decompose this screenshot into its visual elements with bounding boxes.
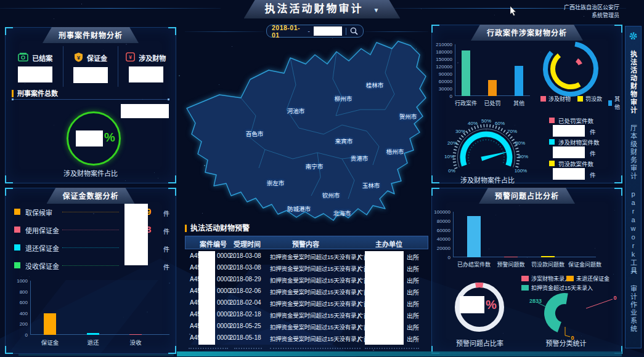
- gauge-tick-label: 70%: [507, 129, 517, 134]
- mouse-cursor: [510, 6, 517, 18]
- axis-tick-label: 120000: [432, 64, 452, 70]
- map-city-label[interactable]: 钦州市: [322, 191, 340, 199]
- bar: [44, 313, 56, 335]
- row-org-suffix: 出所: [407, 264, 419, 273]
- legend-unit: 件: [590, 127, 596, 136]
- redaction-box: [73, 67, 108, 83]
- redaction-box: [553, 168, 585, 180]
- legend-label[interactable]: 已处罚案件数: [558, 116, 593, 125]
- axis-tick-label: 210000: [432, 42, 452, 47]
- panel-title: 预警问题占比分析: [479, 188, 575, 204]
- dashboard-root: 执法活动财物审计▼ 广西壮族自治区公安厅 系统管理员 刑事案件财物分析 已结案¥…: [0, 0, 644, 357]
- row-warning-content: 扣押资金受案时间超过15天没有录入: [270, 252, 362, 261]
- sidebar-item[interactable]: 执法活动财物审计: [629, 50, 638, 114]
- category-label: 行政案件: [455, 99, 477, 107]
- stat-label: 涉及财物: [139, 53, 166, 63]
- orange-marker-icon: [12, 90, 14, 97]
- star-dot: [54, 18, 54, 19]
- gauge-tick-label: 80%: [515, 140, 525, 146]
- case-closed-icon: [18, 52, 28, 63]
- legend-swatch: [577, 96, 583, 102]
- row-warning-content: 扣押资金受案时间超过15天没有录入: [270, 323, 362, 331]
- row-date: 2018-02-18: [224, 311, 267, 318]
- axis-tick-label: 1000: [7, 278, 28, 284]
- map-city-label[interactable]: 来宾市: [335, 137, 353, 145]
- legend-unit: 件: [590, 149, 596, 158]
- star-dot: [494, 15, 495, 15]
- deposit-panel: 保证金数据分析 取保候审9件使用保证金8件退还保证金件没收保证金件 020040…: [5, 188, 176, 354]
- gauge-tick-label: 40%: [468, 121, 478, 126]
- deco-line: [185, 31, 264, 32]
- guangxi-map[interactable]: 河池市桂林市柳州市贺州市百色市来宾市梧州市贵港市南宁市玉林市崇左市钦州市防城港市…: [182, 36, 428, 222]
- map-city-label[interactable]: 百色市: [246, 129, 264, 138]
- top-deco-line: [0, 8, 221, 9]
- redaction-box: [553, 146, 585, 158]
- gauge-tick-label: 90%: [518, 154, 528, 159]
- row-org-suffix: 出所: [407, 287, 419, 297]
- divider: [346, 28, 346, 35]
- ring-legend-item[interactable]: 罚没款: [577, 95, 602, 103]
- star-dot: [81, 4, 82, 4]
- search-icon[interactable]: [350, 27, 358, 35]
- legend-swatch: [549, 139, 555, 145]
- map-city-label[interactable]: 玉林市: [362, 181, 380, 190]
- bar: [504, 257, 518, 257]
- row-date: 2018-05-25: [224, 323, 267, 329]
- map-city-label[interactable]: 河池市: [287, 106, 305, 115]
- legend-label[interactable]: 涉及财物案件数: [558, 138, 600, 146]
- date-range-bar[interactable]: 2018-01-01 -: [266, 25, 364, 38]
- redaction-box: [76, 130, 103, 146]
- bar: [467, 216, 481, 257]
- map-city-label[interactable]: 桂林市: [366, 81, 384, 89]
- class-caption: 预警分类统计: [524, 338, 608, 348]
- sidebar-item[interactable]: parawork工具: [629, 190, 638, 275]
- stat-item: ¥保证金: [63, 46, 118, 87]
- ring-legend-item[interactable]: 其他: [608, 95, 622, 111]
- date-separator: -: [308, 28, 309, 34]
- row-date: 2018-02-04: [224, 299, 267, 306]
- legend-label: 罚没款: [585, 95, 602, 103]
- map-city-label[interactable]: 南宁市: [306, 162, 324, 170]
- table-column-header: 主办单位: [375, 239, 402, 249]
- legend-swatch: [549, 118, 555, 123]
- map-city-label[interactable]: 柳州市: [335, 94, 353, 103]
- gear-icon[interactable]: [629, 31, 638, 41]
- map-city-label[interactable]: 贵港市: [351, 154, 369, 162]
- user-role[interactable]: 系统管理员: [564, 12, 619, 20]
- sidebar-item[interactable]: 厅本级财务审计: [629, 124, 638, 180]
- property-yuan-icon: ¥: [126, 52, 135, 63]
- admin-panel: 行政案件涉案财物分析 03000060000900001200001500001…: [431, 25, 622, 183]
- dropdown-caret-icon[interactable]: ▼: [373, 1, 380, 20]
- stat-item: 已结案: [8, 46, 63, 87]
- map-city-label[interactable]: 北海市: [333, 209, 351, 217]
- ring-legend-item[interactable]: 涉及财物: [540, 95, 571, 103]
- axis-tick-label: 600: [7, 300, 28, 305]
- sidebar-item[interactable]: 审计作业系统: [629, 285, 638, 333]
- bar: [462, 50, 470, 96]
- panel-title: 刑事案件财物分析: [43, 27, 139, 43]
- clipped-row-dots: [189, 348, 228, 349]
- map-city-label[interactable]: 贺州市: [399, 112, 417, 121]
- map-city-label[interactable]: 崇左市: [267, 178, 285, 187]
- redaction-box: [553, 125, 585, 137]
- stat-top: ¥涉及财物: [118, 52, 173, 63]
- gauge-caption: 涉及财物案件占比: [432, 175, 543, 185]
- ring-caption: 涉及财物案件占比: [6, 168, 176, 178]
- start-date-value[interactable]: 2018-01-01: [272, 24, 304, 39]
- table-header: 案件编号受理时间预警内容主办单位: [185, 236, 428, 249]
- clipped-row-dots: [365, 348, 419, 349]
- row-org-suffix: 出所: [407, 311, 419, 320]
- bar: [488, 80, 497, 96]
- row-date: 2018-03-08: [224, 252, 267, 259]
- axis-tick-label: 100000: [432, 209, 450, 215]
- stat-label: 已结案: [32, 53, 52, 63]
- category-label: 已办结案件数: [457, 260, 491, 268]
- legend-label[interactable]: 罚没款案件数: [558, 159, 593, 168]
- percent-ring: %: [67, 111, 121, 166]
- row-org-suffix: 出所: [407, 276, 419, 285]
- map-city-label[interactable]: 防城港市: [287, 204, 311, 213]
- axis-tick-label: 150000: [432, 57, 452, 62]
- redaction-box: [121, 104, 169, 118]
- map-city-label[interactable]: 梧州市: [386, 147, 404, 156]
- axis-tick-label: 60000: [432, 79, 452, 84]
